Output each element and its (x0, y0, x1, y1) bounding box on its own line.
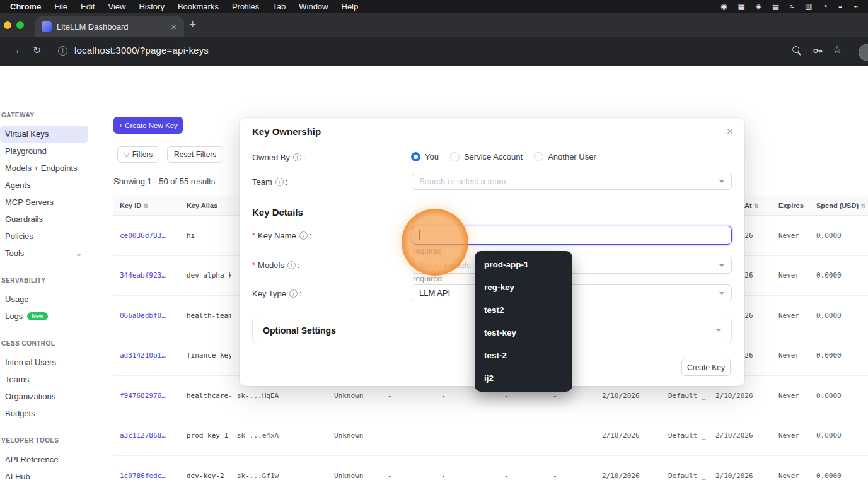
menu-help[interactable]: Help (342, 2, 359, 11)
table-cell: Never (772, 231, 810, 240)
required-asterisk: * (252, 260, 255, 270)
sidebar-item-models-endpoints[interactable]: Models + Endpoints (0, 160, 88, 177)
menubar-status-icon[interactable]: ▥ (805, 0, 812, 13)
sort-icon[interactable]: ⇅ (143, 202, 148, 209)
radio-service-account[interactable]: Service Account (450, 152, 523, 161)
menubar-status-icon[interactable]: ◒ (838, 0, 843, 13)
info-icon[interactable] (289, 289, 298, 298)
bookmark-star-icon[interactable]: ☆ (833, 44, 842, 56)
radio-you[interactable]: You (411, 152, 439, 161)
menu-tab[interactable]: Tab (272, 2, 286, 11)
table-cell: 0.0000 (810, 312, 868, 320)
sidebar-section-label: CESS CONTROL (1, 340, 113, 348)
column-header-spend-usd[interactable]: Spend (USD)⇅ (810, 196, 868, 215)
profile-avatar[interactable] (859, 44, 868, 61)
key-id-link[interactable]: a3c1127868… (113, 431, 180, 440)
traffic-light-zoom[interactable] (16, 21, 24, 29)
sidebar-item-guardrails[interactable]: Guardrails (0, 211, 88, 228)
menubar-status-icon[interactable]: ◈ (756, 0, 761, 13)
key-id-link[interactable]: ce0036d783… (113, 231, 180, 240)
suggestion-test-2[interactable]: test-2 (475, 344, 572, 366)
colon: : (299, 289, 302, 298)
key-id-link[interactable]: 066a0edbf0… (113, 312, 180, 320)
sidebar-item-playground[interactable]: Playground (0, 143, 88, 160)
menu-view[interactable]: View (108, 2, 125, 11)
suggestion-prod-app-1[interactable]: prod-app-1 (475, 253, 572, 276)
reload-icon[interactable]: ↻ (33, 44, 41, 56)
table-row[interactable]: 1c0786fedc…dev-key-2sk-...Gf1wUnknown---… (113, 456, 868, 485)
menubar-status-icon[interactable]: ▦ (738, 0, 744, 13)
menubar-status-icon[interactable]: ▤ (772, 0, 779, 13)
sidebar-item-ai-hub[interactable]: AI Hub (0, 468, 88, 485)
table-row[interactable]: a3c1127868…prod-key-1sk-...e4xAUnknown--… (113, 416, 868, 457)
menubar-status-icon[interactable]: ≈ (790, 0, 794, 13)
column-header-key-id[interactable]: Key ID⇅ (113, 196, 180, 215)
sort-icon[interactable]: ⇅ (754, 202, 759, 209)
info-icon[interactable] (275, 178, 284, 186)
key-id-link[interactable]: 1c0786fedc… (113, 472, 180, 480)
sidebar-item-internal-users[interactable]: Internal Users (0, 354, 88, 371)
table-cell: sk-...e4xA (231, 431, 328, 440)
sidebar-item-organizations[interactable]: Organizations (0, 388, 88, 405)
menubar-status-icon[interactable]: ⌁ (854, 0, 858, 13)
sidebar-item-usage[interactable]: Usage (0, 291, 88, 308)
suggestion-test-key[interactable]: test-key (475, 321, 572, 344)
menu-chrome[interactable]: Chrome (10, 2, 41, 11)
menu-history[interactable]: History (139, 2, 164, 11)
menu-bookmarks[interactable]: Bookmarks (178, 2, 219, 11)
traffic-light-minimize[interactable] (4, 21, 11, 29)
sidebar-item-api-reference[interactable]: API Reference (0, 451, 88, 468)
menubar-status-icon[interactable]: ◉ (720, 0, 727, 13)
sidebar-item-mcp-servers[interactable]: MCP Servers (0, 194, 88, 211)
forward-icon[interactable]: → (10, 44, 21, 57)
sidebar-item-logs[interactable]: LogsNew (0, 308, 88, 325)
table-cell: Never (772, 351, 810, 359)
menu-window[interactable]: Window (299, 2, 328, 11)
radio-another-user[interactable]: Another User (534, 152, 596, 161)
team-select[interactable]: Search or select a team (412, 173, 732, 190)
create-key-button[interactable]: Create Key (681, 359, 731, 376)
key-id-link[interactable]: ad314210b1… (113, 351, 180, 359)
menu-file[interactable]: File (54, 2, 67, 11)
table-cell: - (498, 392, 547, 400)
sidebar-item-virtual-keys[interactable]: Virtual Keys (0, 126, 88, 143)
menu-edit[interactable]: Edit (81, 2, 95, 11)
sidebar-item-budgets[interactable]: Budgets (0, 405, 88, 422)
menu-profiles[interactable]: Profiles (232, 2, 259, 11)
info-icon[interactable] (287, 261, 296, 269)
sidebar-item-policies[interactable]: Policies (0, 228, 88, 245)
reset-filters-button[interactable]: Reset Filters (167, 146, 223, 163)
team-select-placeholder: Search or select a team (419, 177, 506, 186)
key-id-link[interactable]: f947682976… (113, 392, 180, 400)
menubar-status-icon[interactable]: ◔ (823, 0, 827, 13)
url-bar[interactable]: localhost:3000/?page=api-keys (74, 45, 209, 56)
new-tab-button[interactable]: + (189, 18, 196, 32)
table-cell: Default _ (662, 472, 709, 480)
close-icon[interactable]: × (727, 126, 733, 138)
menubar-status-area: ◉▦◈▤≈▥◔◒⌁ (720, 0, 858, 13)
chevron-down-icon (719, 292, 724, 297)
close-tab-icon[interactable]: × (170, 21, 178, 32)
suggestion-test2[interactable]: test2 (475, 298, 572, 321)
browser-tab[interactable]: LiteLLM Dashboard × (35, 16, 184, 37)
column-header-key-alias[interactable]: Key Alias (180, 196, 231, 215)
sidebar-item-label: Tools (5, 248, 24, 258)
suggestion-ij2[interactable]: ij2 (475, 366, 572, 389)
sidebar-item-agents[interactable]: Agents (0, 177, 88, 194)
site-info-icon[interactable] (58, 46, 67, 56)
owned-by-label: Owned By : (252, 153, 306, 162)
info-icon[interactable] (299, 231, 308, 240)
table-cell: Unknown (328, 431, 381, 440)
sidebar-item-tools[interactable]: Tools⌄ (0, 245, 88, 262)
column-header-expires[interactable]: Expires (772, 196, 810, 215)
key-id-link[interactable]: 344eabf923… (113, 271, 180, 279)
password-key-icon[interactable] (812, 45, 824, 59)
info-icon[interactable] (293, 153, 301, 161)
sidebar-item-teams[interactable]: Teams (0, 371, 88, 388)
filters-button[interactable]: ▽ Filters (117, 146, 159, 163)
suggestion-reg-key[interactable]: reg-key (475, 276, 572, 298)
create-new-key-button[interactable]: + Create New Key (113, 117, 183, 134)
models-label: * Models : (252, 260, 300, 270)
sort-icon[interactable]: ⇅ (860, 202, 865, 209)
search-icon[interactable] (792, 46, 799, 53)
